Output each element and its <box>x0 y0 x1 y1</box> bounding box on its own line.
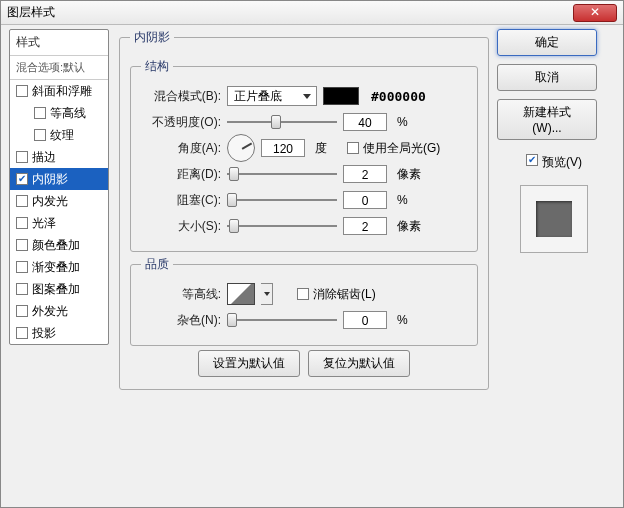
style-item-3[interactable]: 描边 <box>10 146 108 168</box>
checkbox-icon[interactable] <box>34 129 46 141</box>
distance-unit: 像素 <box>393 166 423 183</box>
angle-unit: 度 <box>311 140 341 157</box>
blend-mode-label: 混合模式(B): <box>141 88 221 105</box>
angle-label: 角度(A): <box>141 140 221 157</box>
style-item-10[interactable]: 外发光 <box>10 300 108 322</box>
style-item-1[interactable]: 等高线 <box>10 102 108 124</box>
checkbox-icon[interactable] <box>16 85 28 97</box>
distance-input[interactable]: 2 <box>343 165 387 183</box>
style-item-0[interactable]: 斜面和浮雕 <box>10 80 108 102</box>
anti-alias-checkbox[interactable]: 消除锯齿(L) <box>297 286 376 303</box>
checkbox-icon[interactable] <box>16 217 28 229</box>
blend-options-default[interactable]: 混合选项:默认 <box>10 56 108 80</box>
titlebar: 图层样式 ✕ <box>1 1 623 25</box>
checkbox-icon[interactable] <box>16 151 28 163</box>
anti-alias-label: 消除锯齿(L) <box>313 286 376 303</box>
choke-unit: % <box>393 193 423 207</box>
styles-list: 样式 混合选项:默认 斜面和浮雕等高线纹理描边内阴影内发光光泽颜色叠加渐变叠加图… <box>9 29 109 345</box>
dialog-body: 样式 混合选项:默认 斜面和浮雕等高线纹理描边内阴影内发光光泽颜色叠加渐变叠加图… <box>1 29 623 507</box>
style-item-9[interactable]: 图案叠加 <box>10 278 108 300</box>
global-light-label: 使用全局光(G) <box>363 140 440 157</box>
noise-input[interactable]: 0 <box>343 311 387 329</box>
quality-group: 品质 等高线: 消除锯齿(L) 杂色(N): <box>130 256 478 346</box>
color-hex-label: #000000 <box>371 89 426 104</box>
blend-mode-dropdown[interactable]: 正片叠底 <box>227 86 317 106</box>
checkbox-icon[interactable] <box>16 195 28 207</box>
style-item-5[interactable]: 内发光 <box>10 190 108 212</box>
style-item-label: 斜面和浮雕 <box>32 83 92 100</box>
checkbox-icon[interactable] <box>16 305 28 317</box>
style-item-label: 投影 <box>32 325 56 342</box>
choke-input[interactable]: 0 <box>343 191 387 209</box>
checkbox-icon[interactable] <box>34 107 46 119</box>
preview-checkbox[interactable]: 预览(V) <box>497 154 611 171</box>
cancel-button[interactable]: 取消 <box>497 64 597 91</box>
style-item-label: 纹理 <box>50 127 74 144</box>
inner-shadow-group: 内阴影 结构 混合模式(B): 正片叠底 #000000 不透明度(O): 40… <box>119 29 489 390</box>
checkbox-icon <box>297 288 309 300</box>
style-item-label: 光泽 <box>32 215 56 232</box>
style-item-label: 渐变叠加 <box>32 259 80 276</box>
size-label: 大小(S): <box>141 218 221 235</box>
quality-legend: 品质 <box>141 256 173 273</box>
style-item-label: 图案叠加 <box>32 281 80 298</box>
angle-input[interactable]: 120 <box>261 139 305 157</box>
style-item-4[interactable]: 内阴影 <box>10 168 108 190</box>
checkbox-icon[interactable] <box>16 173 28 185</box>
dialog-title: 图层样式 <box>7 4 573 21</box>
set-default-button[interactable]: 设置为默认值 <box>198 350 300 377</box>
style-item-label: 描边 <box>32 149 56 166</box>
new-style-button[interactable]: 新建样式(W)... <box>497 99 597 140</box>
structure-legend: 结构 <box>141 58 173 75</box>
style-item-label: 外发光 <box>32 303 68 320</box>
checkbox-icon[interactable] <box>16 283 28 295</box>
style-item-7[interactable]: 颜色叠加 <box>10 234 108 256</box>
ok-button[interactable]: 确定 <box>497 29 597 56</box>
contour-swatch[interactable] <box>227 283 255 305</box>
style-item-2[interactable]: 纹理 <box>10 124 108 146</box>
noise-slider[interactable] <box>227 312 337 328</box>
choke-slider[interactable] <box>227 192 337 208</box>
checkbox-icon[interactable] <box>16 261 28 273</box>
color-swatch[interactable] <box>323 87 359 105</box>
opacity-unit: % <box>393 115 423 129</box>
styles-header[interactable]: 样式 <box>10 30 108 56</box>
close-button[interactable]: ✕ <box>573 4 617 22</box>
global-light-checkbox[interactable]: 使用全局光(G) <box>347 140 440 157</box>
contour-label: 等高线: <box>141 286 221 303</box>
checkbox-icon[interactable] <box>16 239 28 251</box>
angle-dial[interactable] <box>227 134 255 162</box>
opacity-label: 不透明度(O): <box>141 114 221 131</box>
checkbox-icon <box>347 142 359 154</box>
effect-legend: 内阴影 <box>130 29 174 46</box>
right-buttons: 确定 取消 新建样式(W)... 预览(V) <box>497 29 611 253</box>
layer-style-dialog: 图层样式 ✕ 样式 混合选项:默认 斜面和浮雕等高线纹理描边内阴影内发光光泽颜色… <box>0 0 624 508</box>
style-item-label: 颜色叠加 <box>32 237 80 254</box>
opacity-input[interactable]: 40 <box>343 113 387 131</box>
effect-panel: 内阴影 结构 混合模式(B): 正片叠底 #000000 不透明度(O): 40… <box>119 29 489 390</box>
style-item-label: 等高线 <box>50 105 86 122</box>
style-item-6[interactable]: 光泽 <box>10 212 108 234</box>
style-item-11[interactable]: 投影 <box>10 322 108 344</box>
style-item-8[interactable]: 渐变叠加 <box>10 256 108 278</box>
choke-label: 阻塞(C): <box>141 192 221 209</box>
size-input[interactable]: 2 <box>343 217 387 235</box>
size-unit: 像素 <box>393 218 423 235</box>
noise-unit: % <box>393 313 423 327</box>
reset-default-button[interactable]: 复位为默认值 <box>308 350 410 377</box>
contour-dropdown-icon[interactable] <box>261 283 273 305</box>
distance-slider[interactable] <box>227 166 337 182</box>
style-item-label: 内发光 <box>32 193 68 210</box>
noise-label: 杂色(N): <box>141 312 221 329</box>
opacity-slider[interactable] <box>227 114 337 130</box>
preview-label: 预览(V) <box>542 154 582 171</box>
preview-thumbnail <box>520 185 588 253</box>
style-item-label: 内阴影 <box>32 171 68 188</box>
checkbox-icon[interactable] <box>16 327 28 339</box>
size-slider[interactable] <box>227 218 337 234</box>
structure-group: 结构 混合模式(B): 正片叠底 #000000 不透明度(O): 40 % <box>130 58 478 252</box>
distance-label: 距离(D): <box>141 166 221 183</box>
checkbox-icon <box>526 154 538 166</box>
preview-inner <box>536 201 572 237</box>
